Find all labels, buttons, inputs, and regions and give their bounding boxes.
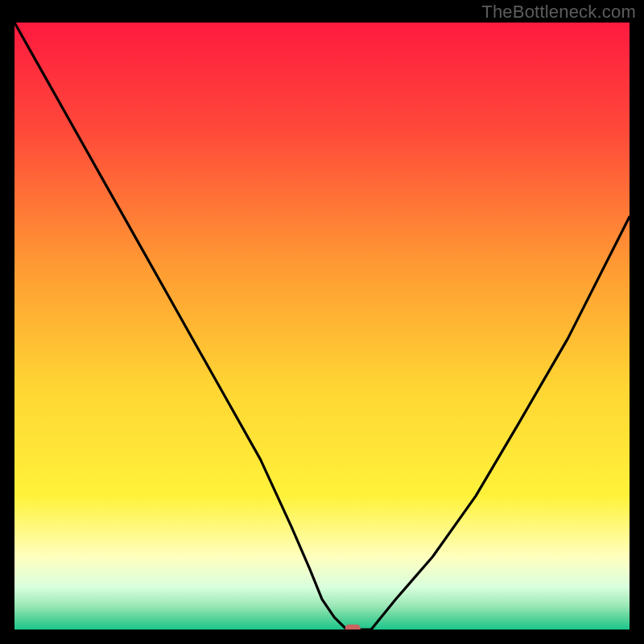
heat-background [14, 23, 630, 630]
chart-svg [14, 23, 630, 630]
optimal-marker [345, 625, 361, 630]
plot-area [14, 23, 630, 630]
chart-frame: TheBottleneck.com [0, 0, 644, 644]
watermark-text: TheBottleneck.com [481, 2, 636, 23]
